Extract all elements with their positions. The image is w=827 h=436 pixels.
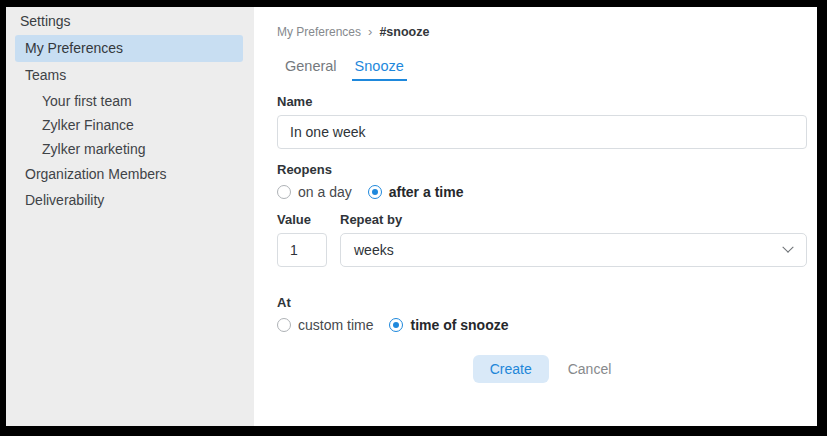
main-panel: My Preferences › #snooze General Snooze …: [254, 7, 817, 426]
value-label: Value: [277, 212, 327, 227]
radio-time-of-snooze-label: time of snooze: [410, 317, 508, 333]
sidebar-title: Settings: [6, 9, 254, 33]
repeat-by-label: Repeat by: [340, 212, 807, 227]
settings-window: Settings My Preferences Teams Your first…: [6, 7, 817, 426]
radio-time-of-snooze[interactable]: time of snooze: [389, 317, 508, 333]
radio-custom-time[interactable]: custom time: [277, 317, 373, 333]
name-input[interactable]: [277, 115, 807, 149]
action-buttons: Create Cancel: [277, 355, 807, 383]
name-label: Name: [277, 94, 807, 109]
sidebar-item-zylker-marketing[interactable]: Zylker marketing: [6, 137, 254, 161]
radio-custom-time-label: custom time: [298, 317, 373, 333]
radio-after-a-time-label: after a time: [389, 184, 464, 200]
sidebar-item-deliverability[interactable]: Deliverability: [6, 187, 254, 214]
at-label: At: [277, 295, 807, 310]
repeat-by-column: Repeat by weeks: [340, 212, 807, 267]
sidebar-item-teams[interactable]: Teams: [6, 62, 254, 89]
radio-unselected-icon: [277, 318, 291, 332]
tab-snooze[interactable]: Snooze: [352, 58, 407, 81]
radio-on-a-day[interactable]: on a day: [277, 184, 352, 200]
value-repeat-row: Value Repeat by weeks: [277, 212, 807, 267]
breadcrumb-current: #snooze: [379, 25, 429, 39]
reopens-radio-group: on a day after a time: [277, 184, 807, 200]
radio-selected-icon: [389, 318, 403, 332]
value-input[interactable]: [277, 233, 327, 267]
value-column: Value: [277, 212, 327, 267]
sidebar-item-zylker-finance[interactable]: Zylker Finance: [6, 113, 254, 137]
sidebar: Settings My Preferences Teams Your first…: [6, 7, 254, 426]
chevron-down-icon: [782, 242, 793, 253]
repeat-by-selected-value: weeks: [354, 242, 394, 258]
create-button[interactable]: Create: [473, 355, 549, 383]
breadcrumb-separator-icon: ›: [368, 26, 372, 38]
sidebar-item-your-first-team[interactable]: Your first team: [6, 89, 254, 113]
cancel-button[interactable]: Cancel: [568, 355, 612, 383]
reopens-label: Reopens: [277, 162, 807, 177]
radio-on-a-day-label: on a day: [298, 184, 352, 200]
breadcrumb-parent[interactable]: My Preferences: [277, 25, 361, 39]
radio-selected-icon: [368, 185, 382, 199]
sidebar-item-my-preferences[interactable]: My Preferences: [15, 35, 243, 62]
at-radio-group: custom time time of snooze: [277, 317, 807, 333]
radio-after-a-time[interactable]: after a time: [368, 184, 464, 200]
repeat-by-select[interactable]: weeks: [340, 233, 807, 267]
sidebar-item-organization-members[interactable]: Organization Members: [6, 161, 254, 187]
tab-bar: General Snooze: [277, 58, 807, 81]
radio-unselected-icon: [277, 185, 291, 199]
breadcrumb: My Preferences › #snooze: [277, 25, 807, 39]
tab-general[interactable]: General: [282, 58, 340, 81]
